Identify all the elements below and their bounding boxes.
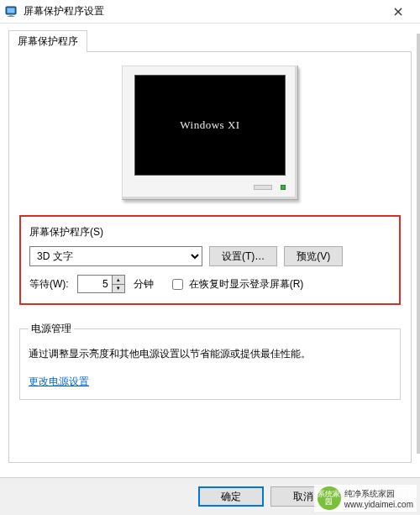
resume-checkbox[interactable] xyxy=(172,279,183,290)
preview-button[interactable]: 预览(V) xyxy=(284,246,343,266)
wait-label: 等待(W): xyxy=(29,277,69,292)
monitor-button-deco xyxy=(254,185,272,190)
tab-screensaver[interactable]: 屏幕保护程序 xyxy=(8,30,87,52)
resume-checkbox-label: 在恢复时显示登录屏幕(R) xyxy=(189,277,304,292)
spin-up[interactable]: ▲ xyxy=(113,276,124,285)
monitor-screen: Windows XI xyxy=(134,75,286,176)
power-text: 通过调整显示亮度和其他电源设置以节省能源或提供最佳性能。 xyxy=(29,346,391,361)
svg-rect-2 xyxy=(9,14,13,16)
spin-down[interactable]: ▼ xyxy=(113,285,124,293)
right-scroll-hint xyxy=(417,34,420,454)
change-power-link[interactable]: 更改电源设置 xyxy=(29,376,89,387)
wait-input[interactable] xyxy=(78,276,112,292)
screen-caption: Windows XI xyxy=(180,118,239,132)
window-title: 屏幕保护程序设置 xyxy=(24,4,381,18)
close-button[interactable] xyxy=(381,3,415,21)
settings-button[interactable]: 设置(T)… xyxy=(209,246,277,266)
svg-rect-3 xyxy=(8,16,14,17)
wait-unit: 分钟 xyxy=(134,277,154,292)
apply-button[interactable]: 应用(A) xyxy=(343,486,408,507)
title-bar: 屏幕保护程序设置 xyxy=(0,0,420,24)
close-icon xyxy=(394,8,402,16)
wait-row: 等待(W): ▲ ▼ 分钟 在恢复时显示登录屏幕(R) xyxy=(29,275,391,293)
preview-area: Windows XI xyxy=(19,62,401,215)
power-management-group: 电源管理 通过调整显示亮度和其他电源设置以节省能源或提供最佳性能。 更改电源设置 xyxy=(19,322,401,400)
monitor-led xyxy=(281,185,286,190)
resume-checkbox-wrap[interactable]: 在恢复时显示登录屏幕(R) xyxy=(169,276,304,292)
dialog-body: 屏幕保护程序 Windows XI 屏幕保护程序(S) 3D 文字 设置(T)…… xyxy=(0,24,420,463)
monitor-preview: Windows XI xyxy=(122,66,298,200)
app-icon xyxy=(5,5,18,18)
dialog-footer: 确定 取消 应用(A) xyxy=(0,477,420,515)
wait-spinner: ▲ ▼ xyxy=(77,275,125,293)
screensaver-group-label: 屏幕保护程序(S) xyxy=(29,225,391,239)
tab-panel: Windows XI 屏幕保护程序(S) 3D 文字 设置(T)… 预览(V) … xyxy=(8,51,412,463)
screensaver-group-highlight: 屏幕保护程序(S) 3D 文字 设置(T)… 预览(V) 等待(W): ▲ ▼ … xyxy=(19,215,401,305)
svg-rect-1 xyxy=(8,8,15,13)
ok-button[interactable]: 确定 xyxy=(198,486,264,507)
cancel-button[interactable]: 取消 xyxy=(270,486,336,507)
screensaver-select-row: 3D 文字 设置(T)… 预览(V) xyxy=(29,246,391,266)
tab-label: 屏幕保护程序 xyxy=(18,35,78,47)
screensaver-select[interactable]: 3D 文字 xyxy=(29,246,202,266)
power-legend: 电源管理 xyxy=(29,322,74,336)
